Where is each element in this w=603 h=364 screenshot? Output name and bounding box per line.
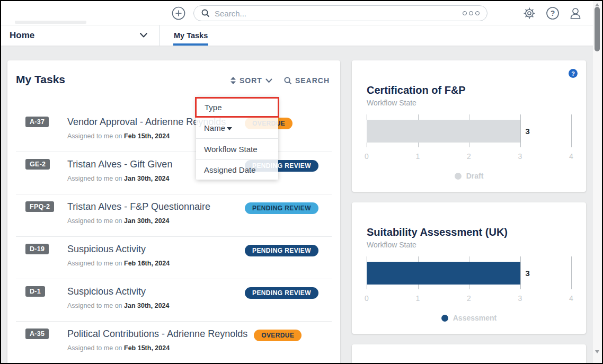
page-title: My Tasks — [16, 73, 65, 86]
x-axis-ticks: 01234 — [367, 294, 571, 303]
tick-label: 4 — [569, 152, 573, 161]
task-row[interactable]: GE-2 Tristan Alves - Gift Given Assigned… — [7, 152, 340, 194]
task-title[interactable]: Suspicious Activity — [67, 244, 238, 255]
main-content: My Tasks SORT — [1, 46, 602, 363]
tick-label: 2 — [467, 152, 471, 161]
status-badge: PENDING REVIEW — [245, 287, 318, 299]
bar-value-label: 3 — [526, 269, 530, 278]
task-assigned-date: Assigned to me on Jan 30th, 2024 — [67, 217, 238, 225]
tab-my-tasks[interactable]: My Tasks — [173, 25, 208, 46]
chart-title: Certification of F&P — [367, 60, 571, 96]
chart-legend[interactable]: Assessment — [367, 314, 571, 322]
task-title[interactable]: Tristan Alves - F&P Questionnaire — [67, 201, 238, 212]
status-badge: PENDING REVIEW — [245, 245, 318, 256]
help-icon[interactable]: ? — [546, 6, 560, 20]
active-tab-indicator — [173, 43, 208, 46]
bar-chart: 3 — [367, 114, 571, 147]
topbar: ? — [1, 1, 602, 25]
legend-dot-icon — [455, 173, 462, 180]
task-list: A-37 Vendor Approval - Adrienne Reynolds… — [7, 110, 340, 363]
task-id-badge: GE-2 — [25, 159, 50, 170]
tick-label: 2 — [467, 294, 471, 303]
scroll-up-arrow-icon[interactable] — [595, 3, 599, 6]
task-row[interactable]: D-1 Suspicious Activity Assigned to me o… — [7, 279, 340, 321]
chart-card: ? Certification of F&P Workflow State 3 … — [352, 60, 586, 192]
task-row[interactable]: D-19 Suspicious Activity Assigned to me … — [7, 237, 340, 279]
search-tasks-button[interactable]: SEARCH — [284, 76, 330, 85]
logo-placeholder — [15, 21, 86, 24]
chevron-down-icon — [265, 78, 272, 83]
chart-bar — [367, 262, 520, 285]
task-id-badge: FPQ-2 — [25, 201, 54, 212]
x-axis-ticks: 01234 — [367, 152, 571, 161]
add-button[interactable] — [172, 6, 185, 20]
status-badge: OVERDUE — [254, 330, 302, 341]
task-id-badge: A-35 — [25, 329, 49, 339]
bar-value-label: 3 — [526, 127, 530, 136]
legend-dot-icon — [441, 315, 448, 322]
search-options-dots-icon[interactable] — [463, 11, 480, 15]
global-search[interactable] — [193, 5, 487, 21]
tasks-panel-header: My Tasks SORT — [7, 60, 340, 86]
bar-chart: 3 — [367, 256, 571, 289]
chart-title: Suitability Assessment (UK) — [367, 202, 571, 238]
plus-circle-icon — [172, 6, 185, 20]
nav-home-label: Home — [10, 30, 34, 41]
user-profile-icon[interactable] — [568, 6, 582, 20]
app-window: ? Home My Tasks My Tasks — [0, 0, 603, 364]
task-row[interactable]: FPQ-2 Tristan Alves - F&P Questionnaire … — [7, 194, 340, 236]
task-assigned-date: Assigned to me on Jan 30th, 2024 — [67, 302, 238, 309]
task-id-badge: A-37 — [25, 117, 49, 127]
task-row[interactable]: A-37 Vendor Approval - Adrienne Reynolds… — [7, 110, 340, 152]
tick-label: 3 — [518, 294, 522, 303]
task-id-badge: D-1 — [25, 286, 45, 297]
tasks-panel: My Tasks SORT — [7, 60, 340, 363]
task-title[interactable]: Political Contributions - Adrienne Reyno… — [67, 329, 247, 340]
chart-bar — [367, 120, 520, 143]
annotation-highlight-box[interactable]: Type — [195, 97, 279, 118]
sort-menu-item[interactable]: Workflow State — [196, 138, 278, 159]
svg-text:?: ? — [551, 9, 555, 17]
chart-legend[interactable]: Draft — [367, 172, 571, 180]
navbar: Home My Tasks — [1, 25, 602, 46]
search-icon — [201, 9, 210, 17]
task-row[interactable]: A-35 Political Contributions - Adrienne … — [7, 322, 340, 363]
gridline — [520, 114, 521, 147]
tick-label: 3 — [518, 152, 522, 161]
scroll-down-arrow-icon[interactable] — [595, 350, 599, 353]
status-badge: PENDING REVIEW — [245, 202, 318, 214]
tick-label: 1 — [416, 294, 420, 303]
gridline — [520, 256, 521, 289]
settings-gear-icon[interactable] — [522, 6, 536, 20]
chart-card: Suitability Assessment (UK) Workflow Sta… — [352, 202, 586, 334]
partial-chart-card — [352, 344, 586, 363]
chart-subtitle: Workflow State — [367, 241, 571, 249]
tick-label: 0 — [365, 294, 369, 303]
vertical-scrollbar[interactable] — [593, 1, 602, 363]
gridline — [571, 114, 572, 147]
sort-direction-icon — [227, 127, 232, 130]
search-icon — [284, 77, 292, 85]
nav-divider — [159, 25, 160, 46]
scrollbar-thumb[interactable] — [595, 7, 600, 51]
gridline — [571, 256, 572, 289]
legend-label: Draft — [466, 172, 484, 180]
chevron-down-icon — [139, 32, 148, 38]
sort-menu-item[interactable]: Name — [196, 118, 278, 138]
tick-label: 4 — [569, 294, 573, 303]
charts-column: ? Certification of F&P Workflow State 3 … — [352, 60, 586, 363]
sort-dropdown-menu: Type Name Workflow State Assigned Date — [196, 97, 278, 180]
sort-button[interactable]: SORT — [230, 76, 272, 85]
legend-label: Assessment — [453, 314, 497, 322]
sort-icon — [230, 76, 236, 85]
tick-label: 1 — [416, 152, 420, 161]
sort-menu-item[interactable]: Assigned Date — [196, 159, 278, 180]
nav-home-dropdown[interactable]: Home — [1, 25, 159, 46]
tick-label: 0 — [365, 152, 369, 161]
help-icon[interactable]: ? — [569, 69, 578, 78]
task-assigned-date: Assigned to me on Feb 15th, 2024 — [67, 344, 247, 352]
task-id-badge: D-19 — [25, 244, 49, 254]
task-assigned-date: Assigned to me on Feb 16th, 2024 — [67, 260, 238, 267]
global-search-input[interactable] — [215, 9, 463, 18]
task-title[interactable]: Suspicious Activity — [67, 286, 238, 297]
